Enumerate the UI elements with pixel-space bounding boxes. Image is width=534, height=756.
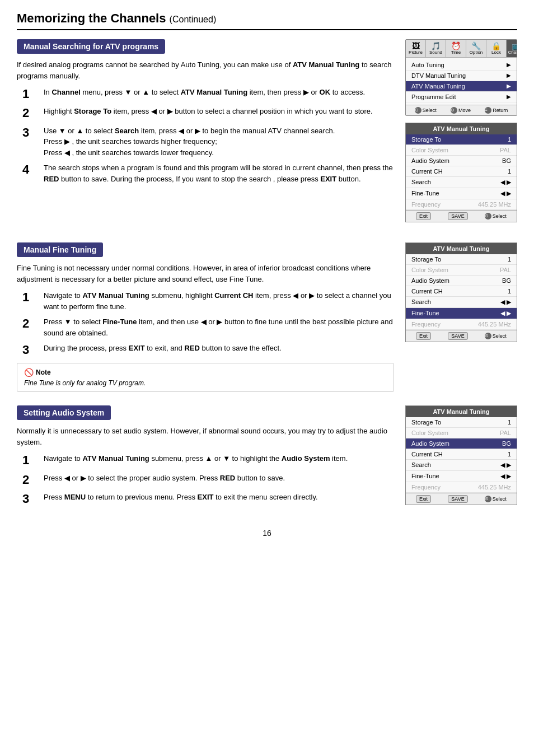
section-fine-tuning: Manual Fine Tuning Fine Tuning is not ne…	[17, 242, 517, 392]
atv2-row-storage-to: Storage To1	[406, 254, 517, 265]
ft-step-3: 3 During the process, press EXIT to exit…	[22, 343, 394, 357]
atv3-row-frequency: Frequency445.25 MHz	[406, 482, 517, 493]
atv2-row-color-system: Color SystemPAL	[406, 265, 517, 276]
audio-step-3: 3 Press MENU to return to previous menu.…	[22, 492, 394, 506]
channel-menu-footer: ⊙ Select ⊙ Move ≡ Return	[406, 105, 517, 115]
atv2-row-current-ch: Current CH1	[406, 286, 517, 297]
atv-row-search: Search◀ ▶	[406, 177, 517, 188]
nav-lock: 🔒Lock	[486, 40, 507, 57]
step-1: 1 In Channel menu, press ▼ or ▲ to selec…	[22, 87, 394, 101]
atv-panel-2-title: ATV Manual Tuning	[406, 243, 517, 254]
section-header-manual-atv: Manual Searching for ATV programs	[17, 39, 165, 54]
nav-time: ⏰Time	[446, 40, 466, 57]
audio-step-2: 2 Press ◀ or ▶ to select the proper audi…	[22, 473, 394, 487]
atv-panel-2-footer: Exit SAVE ⊙ Select	[406, 330, 517, 342]
screenshots-col-2: ATV Manual Tuning Storage To1 Color Syst…	[405, 242, 517, 349]
nav-sound: 🎵Sound	[426, 40, 446, 57]
note-box: 🚫 Note Fine Tune is only for analog TV p…	[17, 363, 394, 392]
ft-step-1: 1 Navigate to ATV Manual Tuning submenu,…	[22, 290, 394, 312]
screenshots-col-3: ATV Manual Tuning Storage To1 Color Syst…	[405, 405, 517, 512]
atv-panel-3-footer: Exit SAVE ⊙ Select	[406, 493, 517, 505]
step-4: 4 The search stops when a program is fou…	[22, 162, 394, 184]
menu-nav-bar: 🖼Picture 🎵Sound ⏰Time 🔧Option 🔒Lock 📺Cha…	[406, 40, 517, 58]
step-2: 2 Highlight Storage To item, press ◀ or …	[22, 106, 394, 120]
atv3-row-current-ch: Current CH1	[406, 449, 517, 460]
note-title: 🚫 Note	[24, 368, 387, 377]
atv2-row-audio-system: Audio SystemBG	[406, 276, 517, 286]
atv3-row-storage-to: Storage To1	[406, 417, 517, 428]
atv-row-color-system: Color SystemPAL	[406, 145, 517, 156]
audio-steps: 1 Navigate to ATV Manual Tuning submenu,…	[22, 453, 394, 506]
fine-tuning-desc: Fine Tuning is not necessary under norma…	[17, 263, 394, 284]
atv3-row-fine-tune: Fine-Tune◀ ▶	[406, 471, 517, 482]
page-title: Memorizing the Channels (Continued)	[17, 11, 517, 30]
atv-row-current-ch: Current CH1	[406, 166, 517, 177]
channel-menu-body: Auto Tuning▶ DTV Manual Tuning▶ ATV Manu…	[406, 58, 517, 105]
note-icon: 🚫	[24, 368, 34, 377]
atv-panel-3: ATV Manual Tuning Storage To1 Color Syst…	[405, 405, 517, 505]
audio-desc: Normally it is unnecessary to set audio …	[17, 426, 394, 447]
manual-atv-steps: 1 In Channel menu, press ▼ or ▲ to selec…	[22, 87, 394, 184]
atv2-row-search: Search◀ ▶	[406, 297, 517, 308]
atv-panel-1-title: ATV Manual Tuning	[406, 123, 517, 134]
menu-row-atv: ATV Manual Tuning▶	[406, 81, 517, 92]
manual-atv-desc: If desired analog programs cannot be sea…	[17, 59, 394, 81]
atv-panel-1-footer: Exit SAVE ⊙ Select	[406, 210, 517, 222]
menu-row-dtv: DTV Manual Tuning▶	[406, 71, 517, 81]
atv-panel-2: ATV Manual Tuning Storage To1 Color Syst…	[405, 242, 517, 342]
section-header-fine-tuning: Manual Fine Tuning	[17, 242, 103, 257]
audio-step-1: 1 Navigate to ATV Manual Tuning submenu,…	[22, 453, 394, 468]
nav-option: 🔧Option	[466, 40, 486, 57]
section-header-audio: Setting Audio System	[17, 405, 111, 420]
section-manual-atv: Manual Searching for ATV programs If des…	[17, 39, 517, 229]
atv-row-storage-to: Storage To1	[406, 134, 517, 145]
atv2-row-fine-tune: Fine-Tune◀ ▶	[406, 308, 517, 319]
atv-row-audio-system: Audio SystemBG	[406, 156, 517, 166]
atv-row-fine-tune: Fine-Tune◀ ▶	[406, 188, 517, 199]
step-3: 3 Use ▼ or ▲ to select Search item, pres…	[22, 125, 394, 158]
menu-row-prog-edit: Programme Edit▶	[406, 92, 517, 102]
atv3-row-audio-system: Audio SystemBG	[406, 438, 517, 449]
page-number: 16	[17, 529, 517, 538]
atv-panel-1: ATV Manual Tuning Storage To1 Color Syst…	[405, 123, 517, 222]
atv3-row-search: Search◀ ▶	[406, 460, 517, 471]
ft-step-2: 2 Press ▼ to select Fine-Tune item, and …	[22, 316, 394, 338]
nav-channel: 📺Channel	[507, 40, 517, 57]
section-setting-audio: Setting Audio System Normally it is unne…	[17, 405, 517, 512]
menu-row-auto-tuning: Auto Tuning▶	[406, 60, 517, 71]
atv2-row-frequency: Frequency445.25 MHz	[406, 319, 517, 330]
note-text: Fine Tune is only for analog TV program.	[24, 379, 387, 387]
screenshots-col-1: 🖼Picture 🎵Sound ⏰Time 🔧Option 🔒Lock 📺Cha…	[405, 39, 517, 229]
atv-panel-3-title: ATV Manual Tuning	[406, 406, 517, 417]
channel-menu-screenshot: 🖼Picture 🎵Sound ⏰Time 🔧Option 🔒Lock 📺Cha…	[405, 39, 517, 116]
atv-row-frequency: Frequency445.25 MHz	[406, 199, 517, 210]
nav-picture: 🖼Picture	[406, 40, 426, 57]
fine-tuning-steps: 1 Navigate to ATV Manual Tuning submenu,…	[22, 290, 394, 357]
atv3-row-color-system: Color SystemPAL	[406, 428, 517, 438]
